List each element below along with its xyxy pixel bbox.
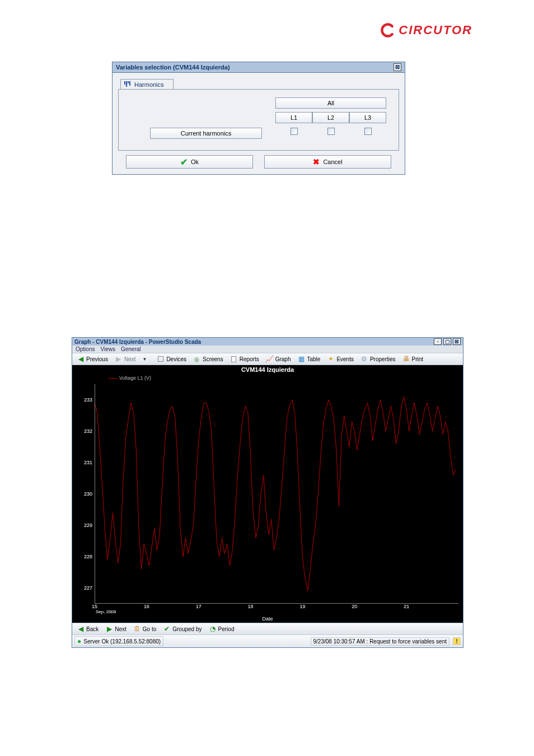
graph-window: Graph - CVM144 Izquierda - PowerStudio S… [72,337,463,648]
x-axis-label: Date [72,616,463,622]
events-icon: ✦ [327,355,335,363]
all-button[interactable]: All [275,97,386,109]
y-tick: 233 [84,397,92,403]
devices-icon [157,355,165,363]
events-button[interactable]: ✦Events [325,354,356,363]
y-axis: 233232231230229228227 [72,384,95,604]
arrow-right-icon: ▶ [105,625,113,633]
group-icon: ✔ [163,625,171,633]
legend-line-icon [108,378,117,379]
legend: Voltage L1 (V) [108,375,151,381]
table-icon: ▦ [297,355,305,363]
warning-icon[interactable]: ! [453,637,461,645]
gear-icon: ⚙ [360,355,368,363]
devices-button[interactable]: Devices [154,354,189,363]
server-status-text: Server Ok (192.168.5.52:8080) [83,638,161,645]
column-l2-button[interactable]: L2 [312,112,349,123]
close-icon[interactable]: ⊠ [394,63,401,71]
previous-button[interactable]: ◀Previous [74,354,110,363]
column-l3-button[interactable]: L3 [349,112,386,123]
toolbar-bottom: ◀Back ▶Next 🗓Go to ✔Grouped by ◔Period [72,623,463,635]
calendar-icon: 🗓 [133,625,141,633]
y-tick: 227 [84,585,92,591]
grouped-by-button[interactable]: ✔Grouped by [161,624,204,633]
x-axis-sublabel: Sep, 2008 [96,609,116,614]
x-tick: 21 [404,604,409,609]
arrow-left-icon: ◀ [77,625,85,633]
period-icon: ◔ [209,625,217,633]
check-icon: ✔ [180,157,188,167]
status-message: 9/23/08 10:30:57 AM : Request to force v… [311,637,449,646]
window-titlebar: Graph - CVM144 Izquierda - PowerStudio S… [72,338,463,346]
properties-button[interactable]: ⚙Properties [358,354,398,363]
y-tick: 229 [84,522,92,528]
screens-icon: ◎ [193,355,201,363]
graph-icon: 📈 [266,355,274,363]
cancel-button[interactable]: ✖ Cancel [264,155,391,169]
next-button[interactable]: ▶Next [113,354,138,363]
legend-label: Voltage L1 (V) [119,375,151,381]
x-tick: 18 [248,604,254,609]
y-tick: 232 [84,428,92,434]
ok-button[interactable]: ✔ Ok [126,155,253,169]
table-button[interactable]: ▦Table [295,354,322,363]
maximize-icon[interactable]: ▢ [443,338,451,345]
arrow-left-icon: ◀ [77,355,85,363]
bars-icon [124,81,132,88]
dialog-title: Variables selection (CVM144 Izquierda) [116,64,230,71]
harmonics-panel: All L1 L2 L3 Current harmonics [118,89,399,151]
menu-general[interactable]: General [121,346,141,352]
graph-title: CVM144 Izquierda [72,366,463,373]
checkbox-l3[interactable] [364,128,372,135]
back-button[interactable]: ◀Back [74,624,101,633]
brand-logo-icon [380,22,395,38]
print-icon: 🖶 [402,355,410,363]
variables-selection-dialog: Variables selection (CVM144 Izquierda) ⊠… [112,62,405,175]
print-button[interactable]: 🖶Print [400,354,426,363]
menu-options[interactable]: Options [76,346,95,352]
next-button-bottom[interactable]: ▶Next [103,624,129,633]
screens-button[interactable]: ◎Screens [191,354,226,363]
plot [95,384,458,604]
graph-button[interactable]: 📈Graph [264,354,293,363]
menu-bar: Options Views General [72,346,463,353]
brand-logo: CIRCUTOR [380,22,472,38]
y-tick: 231 [84,460,92,465]
server-status: ● Server Ok (192.168.5.52:8080) [74,636,163,646]
x-tick: 20 [352,604,357,609]
reports-button[interactable]: Reports [228,354,261,363]
x-tick: 19 [299,604,305,609]
ok-label: Ok [191,158,199,165]
dialog-titlebar: Variables selection (CVM144 Izquierda) ⊠ [113,62,405,73]
chevron-down-icon[interactable]: ▼ [142,357,147,362]
x-tick: 15 [92,604,97,609]
close-icon[interactable]: ⊠ [453,338,461,345]
y-tick: 228 [84,554,92,559]
globe-icon: ● [77,637,81,645]
arrow-right-icon: ▶ [115,355,123,363]
column-l1-button[interactable]: L1 [275,112,312,123]
cancel-label: Cancel [323,158,342,165]
y-axis-label: V [65,495,71,498]
x-tick: 17 [196,604,202,609]
x-tick: 16 [144,604,149,609]
x-axis: Sep, 2008 15161718192021 [95,604,458,616]
tab-harmonics[interactable]: Harmonics [120,79,174,90]
tab-label: Harmonics [134,81,164,88]
menu-views[interactable]: Views [100,346,115,352]
minimize-icon[interactable]: ▫ [434,338,442,345]
graph-area: CVM144 Izquierda Voltage L1 (V) V 233232… [72,365,463,623]
x-icon: ✖ [313,157,320,166]
goto-button[interactable]: 🗓Go to [131,624,158,633]
checkbox-l2[interactable] [327,128,335,135]
period-button[interactable]: ◔Period [207,624,237,633]
y-tick: 230 [84,491,92,497]
row-current-harmonics[interactable]: Current harmonics [150,128,262,139]
status-bar: ● Server Ok (192.168.5.52:8080) 9/23/08 … [72,635,463,647]
window-title: Graph - CVM144 Izquierda - PowerStudio S… [74,339,201,345]
brand-name: CIRCUTOR [399,23,472,38]
reports-icon [230,355,238,363]
checkbox-l1[interactable] [291,128,298,135]
toolbar: ◀Previous ▶Next ▼ Devices ◎Screens Repor… [72,353,463,365]
